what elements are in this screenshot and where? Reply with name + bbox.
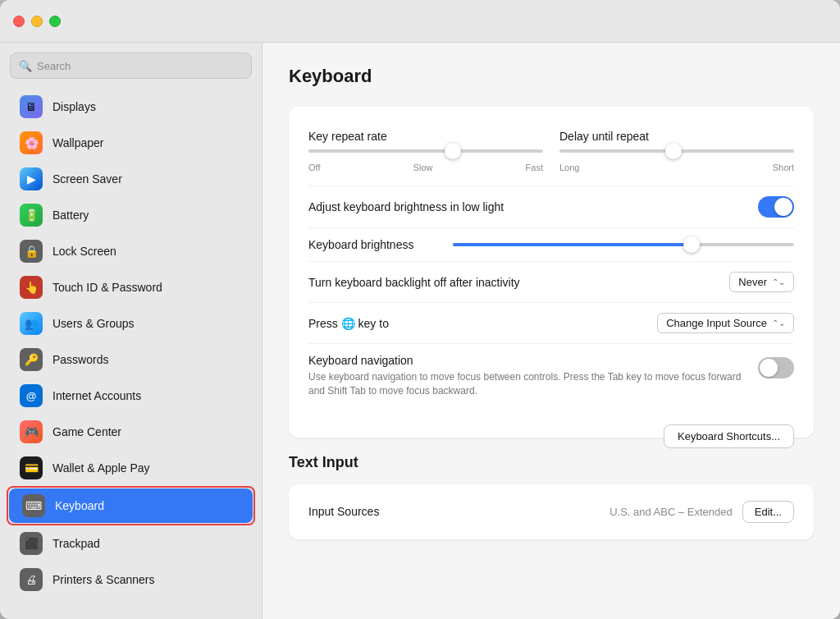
key-repeat-off: Off — [308, 163, 320, 172]
key-repeat-labels: Off Slow Fast — [308, 163, 543, 172]
press-key-value: Change Input Source — [666, 317, 767, 329]
key-repeat-slider[interactable] — [308, 143, 543, 159]
sidebar-item-passwords[interactable]: 🔑 Passwords — [7, 342, 255, 377]
delay-short: Short — [773, 163, 794, 172]
title-bar — [0, 0, 840, 43]
sidebar-item-printers[interactable]: 🖨 Printers & Scanners — [7, 562, 255, 597]
delay-long: Long — [559, 163, 579, 172]
sidebar-label-trackpad: Trackpad — [52, 537, 100, 550]
press-key-dropdown[interactable]: Change Input Source ⌃⌄ — [657, 313, 794, 333]
brightness-thumb[interactable] — [683, 236, 700, 253]
text-input-section: Text Input Input Sources U.S. and ABC – … — [289, 454, 814, 539]
nav-desc: Use keyboard navigation to move focus be… — [308, 370, 745, 398]
search-box[interactable]: 🔍 Search — [10, 53, 252, 79]
delay-repeat-slider[interactable] — [559, 143, 794, 159]
close-button[interactable] — [13, 16, 25, 27]
battery-icon: 🔋 — [20, 204, 43, 227]
text-input-card: Input Sources U.S. and ABC – Extended Ed… — [289, 484, 814, 539]
backlight-off-value: Never — [738, 276, 767, 288]
minimize-button[interactable] — [31, 16, 43, 27]
sidebar-label-users: Users & Groups — [52, 317, 135, 330]
panel-title: Keyboard — [289, 66, 814, 87]
brightness-fill — [453, 243, 692, 246]
sidebar: 🔍 Search 🖥 Displays 🌸 Wallpaper ▶ — [0, 43, 262, 619]
sidebar-label-passwords: Passwords — [52, 353, 108, 366]
nav-toggle-knob — [760, 359, 778, 377]
sidebar-item-screensaver[interactable]: ▶ Screen Saver — [7, 162, 255, 196]
sidebar-item-users[interactable]: 👥 Users & Groups — [7, 306, 255, 341]
navigation-section: Keyboard navigation Use keyboard navigat… — [308, 344, 794, 421]
keyboard-icon: ⌨ — [22, 494, 45, 517]
backlight-off-label: Turn keyboard backlight off after inacti… — [308, 276, 520, 289]
key-repeat-title: Key repeat rate — [308, 130, 543, 143]
chevron-updown-icon-2: ⌃⌄ — [772, 319, 785, 328]
sidebar-item-wallpaper[interactable]: 🌸 Wallpaper — [7, 126, 255, 160]
users-icon: 👥 — [20, 312, 43, 335]
edit-button[interactable]: Edit... — [742, 501, 794, 523]
brightness-slider[interactable] — [453, 243, 794, 246]
search-icon: 🔍 — [19, 60, 32, 72]
input-sources-row: Input Sources U.S. and ABC – Extended Ed… — [308, 501, 794, 523]
sidebar-item-internet[interactable]: @ Internet Accounts — [7, 378, 255, 413]
sidebar-label-printers: Printers & Scanners — [52, 573, 155, 586]
sidebar-item-gamecenter[interactable]: 🎮 Game Center — [7, 415, 255, 449]
system-settings-window: 🔍 Search 🖥 Displays 🌸 Wallpaper ▶ — [0, 0, 840, 619]
sidebar-label-wallet: Wallet & Apple Pay — [52, 461, 150, 475]
sidebar-label-screensaver: Screen Saver — [52, 172, 122, 186]
keyboard-settings-card: Key repeat rate Off Slow Fast — [289, 107, 814, 438]
sidebar-item-trackpad[interactable]: ⬛ Trackpad — [7, 526, 255, 561]
wallet-icon: 💳 — [20, 456, 43, 479]
key-repeat-fast: Fast — [526, 163, 543, 172]
key-repeat-group: Key repeat rate Off Slow Fast — [308, 130, 543, 172]
sidebar-label-battery: Battery — [52, 209, 89, 222]
input-sources-value: U.S. and ABC – Extended — [609, 506, 733, 518]
wallpaper-icon: 🌸 — [20, 131, 43, 154]
keyboard-navigation-toggle[interactable] — [758, 357, 794, 378]
press-key-label: Press 🌐 key to — [308, 317, 389, 330]
press-key-row: Press 🌐 key to Change Input Source ⌃⌄ — [308, 303, 794, 344]
printers-icon: 🖨 — [20, 568, 43, 591]
brightness-label: Keyboard brightness — [308, 238, 440, 251]
delay-repeat-thumb[interactable] — [665, 143, 682, 159]
sidebar-label-keyboard: Keyboard — [55, 499, 104, 512]
sidebar-item-touchid[interactable]: 👆 Touch ID & Password — [7, 270, 255, 305]
search-container: 🔍 Search — [0, 53, 262, 89]
search-placeholder: Search — [37, 60, 71, 72]
keyboard-shortcuts-button[interactable]: Keyboard Shortcuts... — [664, 424, 794, 448]
adjust-brightness-toggle[interactable] — [758, 196, 794, 218]
touchid-icon: 👆 — [20, 276, 43, 299]
nav-text: Keyboard navigation Use keyboard navigat… — [308, 354, 745, 398]
adjust-brightness-label: Adjust keyboard brightness in low light — [308, 200, 504, 213]
nav-title: Keyboard navigation — [308, 354, 745, 367]
key-repeat-thumb[interactable] — [445, 143, 461, 159]
input-sources-label: Input Sources — [308, 505, 379, 518]
text-input-title: Text Input — [289, 454, 814, 471]
keyboard-active-indicator: ⌨ Keyboard — [7, 486, 255, 525]
delay-repeat-track — [559, 149, 794, 153]
sidebar-item-wallet[interactable]: 💳 Wallet & Apple Pay — [7, 451, 255, 485]
main-content: 🔍 Search 🖥 Displays 🌸 Wallpaper ▶ — [0, 43, 840, 619]
backlight-off-row: Turn keyboard backlight off after inacti… — [308, 262, 794, 303]
maximize-button[interactable] — [49, 16, 61, 27]
backlight-off-dropdown[interactable]: Never ⌃⌄ — [729, 272, 794, 292]
internet-icon: @ — [20, 384, 43, 407]
sidebar-item-lockscreen[interactable]: 🔒 Lock Screen — [7, 234, 255, 268]
passwords-icon: 🔑 — [20, 348, 43, 371]
gamecenter-icon: 🎮 — [20, 420, 43, 443]
lockscreen-icon: 🔒 — [20, 240, 43, 263]
key-repeat-track — [308, 149, 543, 153]
delay-repeat-group: Delay until repeat Long Short — [559, 130, 794, 172]
repeat-sliders-section: Key repeat rate Off Slow Fast — [308, 123, 794, 186]
sidebar-item-displays[interactable]: 🖥 Displays — [7, 89, 255, 124]
delay-repeat-labels: Long Short — [559, 163, 794, 172]
sidebar-item-keyboard[interactable]: ⌨ Keyboard — [9, 488, 253, 523]
detail-panel: Keyboard Key repeat rate — [262, 43, 840, 619]
sidebar-item-battery[interactable]: 🔋 Battery — [7, 198, 255, 232]
screensaver-icon: ▶ — [20, 167, 43, 190]
key-repeat-slow: Slow — [413, 163, 433, 172]
input-sources-right: U.S. and ABC – Extended Edit... — [609, 501, 794, 523]
chevron-updown-icon: ⌃⌄ — [772, 277, 785, 287]
sidebar-label-touchid: Touch ID & Password — [52, 281, 162, 294]
sidebar-label-internet: Internet Accounts — [52, 389, 141, 402]
sidebar-label-gamecenter: Game Center — [52, 425, 121, 438]
